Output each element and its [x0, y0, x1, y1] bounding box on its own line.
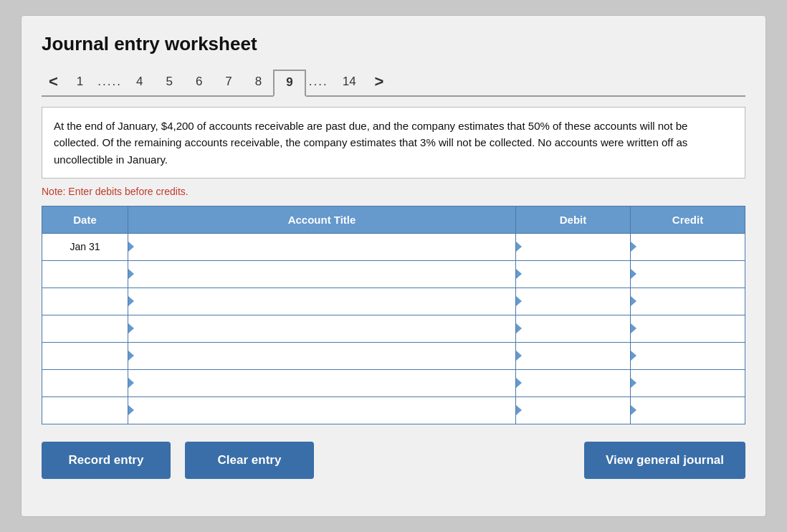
- page-item-7[interactable]: 7: [214, 70, 243, 93]
- worksheet-container: Journal entry worksheet < 1 ..... 4 5 6 …: [21, 15, 766, 517]
- triangle-icon: [631, 378, 636, 388]
- cell-account-4[interactable]: [128, 342, 516, 369]
- cell-debit-5[interactable]: [516, 369, 631, 396]
- clear-entry-button[interactable]: Clear entry: [185, 442, 314, 479]
- cell-date-0: Jan 31: [42, 233, 128, 260]
- input-credit-1[interactable]: [631, 261, 745, 288]
- header-debit: Debit: [516, 206, 631, 233]
- cell-account-1[interactable]: [128, 260, 516, 288]
- triangle-icon: [631, 405, 636, 415]
- cell-account-6[interactable]: [128, 396, 516, 424]
- triangle-icon: [631, 296, 636, 306]
- triangle-icon: [128, 323, 134, 333]
- table-row: [42, 342, 745, 369]
- cell-debit-4[interactable]: [516, 342, 631, 369]
- input-credit-6[interactable]: [631, 397, 745, 424]
- input-debit-5[interactable]: [516, 370, 630, 396]
- triangle-icon: [516, 296, 522, 306]
- page-item-1[interactable]: 1: [65, 70, 95, 93]
- cell-debit-3[interactable]: [516, 315, 631, 342]
- cell-debit-2[interactable]: [516, 288, 631, 315]
- description-box: At the end of January, $4,200 of account…: [42, 107, 745, 179]
- triangle-icon: [516, 405, 522, 415]
- input-account-6[interactable]: [128, 397, 515, 424]
- cell-debit-6[interactable]: [516, 396, 631, 424]
- cell-credit-3[interactable]: [631, 315, 745, 342]
- cell-date-5: [42, 369, 128, 396]
- page-item-9[interactable]: 9: [273, 70, 305, 97]
- cell-credit-5[interactable]: [631, 369, 745, 396]
- input-account-0[interactable]: [128, 234, 515, 260]
- buttons-row: Record entry Clear entry View general jo…: [42, 442, 745, 479]
- input-account-3[interactable]: [128, 315, 515, 342]
- input-account-5[interactable]: [128, 370, 515, 396]
- input-credit-0[interactable]: [631, 234, 745, 260]
- cell-credit-6[interactable]: [631, 396, 745, 424]
- table-row: [42, 288, 745, 315]
- input-account-2[interactable]: [128, 288, 515, 315]
- triangle-icon: [516, 242, 522, 252]
- cell-debit-1[interactable]: [516, 260, 631, 288]
- header-date: Date: [42, 206, 128, 233]
- triangle-icon: [516, 378, 522, 388]
- input-credit-2[interactable]: [631, 288, 745, 315]
- cell-credit-2[interactable]: [631, 288, 745, 315]
- triangle-icon: [128, 351, 134, 361]
- page-item-6[interactable]: 6: [184, 70, 214, 93]
- note-text: Note: Enter debits before credits.: [42, 186, 745, 197]
- page-item-8[interactable]: 8: [244, 70, 273, 93]
- input-credit-5[interactable]: [631, 370, 745, 396]
- table-row: Jan 31: [42, 233, 745, 260]
- header-account-title: Account Title: [128, 206, 516, 233]
- input-debit-4[interactable]: [516, 343, 630, 369]
- triangle-icon: [128, 296, 134, 306]
- page-title: Journal entry worksheet: [42, 33, 745, 55]
- input-debit-1[interactable]: [516, 261, 630, 288]
- cell-date-4: [42, 342, 128, 369]
- table-row: [42, 396, 745, 424]
- journal-table: Date Account Title Debit Credit Jan 31: [42, 206, 745, 424]
- cell-credit-4[interactable]: [631, 342, 745, 369]
- cell-date-2: [42, 288, 128, 315]
- input-account-1[interactable]: [128, 261, 515, 288]
- input-debit-6[interactable]: [516, 397, 630, 424]
- cell-account-3[interactable]: [128, 315, 516, 342]
- cell-account-0[interactable]: [128, 233, 516, 260]
- next-page-button[interactable]: >: [368, 70, 391, 94]
- triangle-icon: [128, 405, 134, 415]
- triangle-icon: [516, 351, 522, 361]
- prev-page-button[interactable]: <: [42, 70, 65, 94]
- triangle-icon: [631, 323, 636, 333]
- table-row: [42, 315, 745, 342]
- cell-credit-1[interactable]: [631, 260, 745, 288]
- page-item-5[interactable]: 5: [154, 70, 183, 93]
- input-credit-4[interactable]: [631, 343, 745, 369]
- triangle-icon: [128, 378, 134, 388]
- cell-debit-0[interactable]: [516, 233, 631, 260]
- triangle-icon: [128, 242, 134, 252]
- header-credit: Credit: [631, 206, 745, 233]
- triangle-icon: [631, 242, 636, 252]
- cell-date-3: [42, 315, 128, 342]
- pagination-nav: < 1 ..... 4 5 6 7 8 9 .... 14 >: [42, 68, 745, 97]
- triangle-icon: [516, 323, 522, 333]
- view-general-journal-button[interactable]: View general journal: [584, 442, 745, 479]
- table-row: [42, 369, 745, 396]
- input-account-4[interactable]: [128, 343, 515, 369]
- page-item-14[interactable]: 14: [331, 70, 368, 93]
- input-debit-2[interactable]: [516, 288, 630, 315]
- dots-right: ....: [306, 70, 331, 93]
- dots-left: .....: [95, 70, 125, 93]
- cell-account-5[interactable]: [128, 369, 516, 396]
- triangle-icon: [631, 269, 636, 279]
- page-item-4[interactable]: 4: [125, 70, 154, 93]
- triangle-icon: [631, 351, 636, 361]
- record-entry-button[interactable]: Record entry: [42, 442, 171, 479]
- input-credit-3[interactable]: [631, 315, 745, 342]
- input-debit-3[interactable]: [516, 315, 630, 342]
- table-row: [42, 260, 745, 288]
- input-debit-0[interactable]: [516, 234, 630, 260]
- cell-credit-0[interactable]: [631, 233, 745, 260]
- triangle-icon: [516, 269, 522, 279]
- cell-account-2[interactable]: [128, 288, 516, 315]
